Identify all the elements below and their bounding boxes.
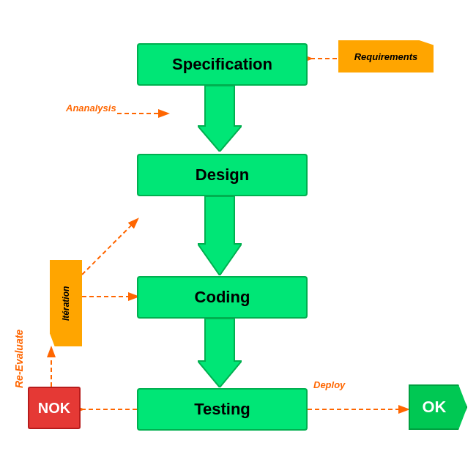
iteration-doc: Itération — [50, 260, 82, 346]
svg-line-2 — [82, 220, 137, 275]
coding-label: Coding — [195, 288, 250, 307]
re-evaluate-label: Re-Evaluate — [13, 271, 25, 388]
ok-box: OK — [409, 384, 467, 430]
specification-label: Specification — [172, 55, 272, 74]
testing-label: Testing — [194, 400, 250, 419]
coding-box: Coding — [137, 276, 308, 319]
testing-box: Testing — [137, 388, 308, 431]
iteration-label: Itération — [61, 286, 71, 320]
ok-label: OK — [423, 398, 447, 417]
design-box: Design — [137, 154, 308, 196]
requirements-label: Requirements — [354, 51, 418, 62]
chevron-3 — [198, 319, 242, 387]
specification-box: Specification — [137, 43, 308, 86]
svg-marker-8 — [198, 196, 242, 275]
svg-marker-7 — [198, 86, 242, 152]
ananalysis-label: Ananalysis — [66, 103, 116, 114]
chevron-2 — [198, 196, 242, 275]
nok-label: NOK — [38, 400, 70, 417]
chevron-1 — [198, 86, 242, 152]
requirements-doc: Requirements — [338, 40, 434, 72]
deploy-label: Deploy — [313, 379, 345, 390]
design-label: Design — [196, 166, 249, 185]
nok-box: NOK — [28, 387, 81, 429]
diagram: Specification Design Coding Testing Requ… — [0, 0, 476, 476]
svg-marker-9 — [198, 319, 242, 387]
